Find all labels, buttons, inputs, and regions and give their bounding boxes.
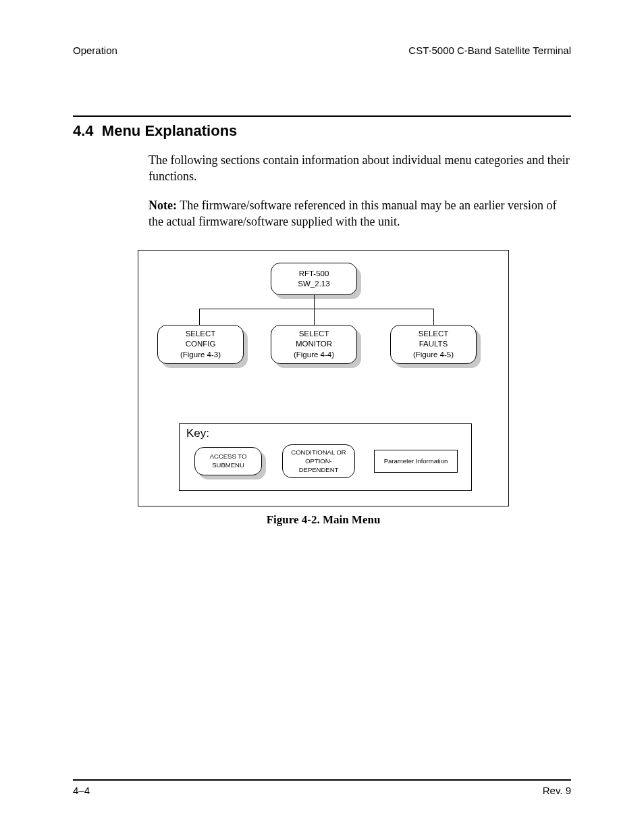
- connector-line: [314, 309, 315, 325]
- key-line: CONDITIONAL OR: [291, 448, 346, 457]
- diagram-child-faults: SELECT FAULTS (Figure 4-5): [390, 325, 477, 364]
- connector-line: [314, 295, 315, 309]
- diagram-root-node: RFT-500 SW_2.13: [271, 263, 357, 295]
- child-line: SELECT: [419, 329, 449, 340]
- diagram-child-config: SELECT CONFIG (Figure 4-3): [157, 325, 244, 364]
- header-rule: [73, 115, 571, 117]
- key-line: OPTION-: [305, 457, 332, 466]
- intro-paragraph: The following sections contain informati…: [149, 152, 571, 185]
- key-line: ACCESS TO: [210, 452, 247, 461]
- diagram-child-monitor: SELECT MONITOR (Figure 4-4): [271, 325, 357, 364]
- key-line: Parameter Information: [384, 457, 448, 466]
- note-paragraph: Note: The firmware/software referenced i…: [149, 197, 571, 230]
- child-line: SELECT: [186, 329, 216, 340]
- diagram-key-box: Key: ACCESS TO SUBMENU CONDITIONAL OR OP…: [179, 423, 472, 491]
- section-number: 4.4: [73, 122, 94, 139]
- page-footer: 4–4 Rev. 9: [73, 779, 571, 796]
- key-line: SUBMENU: [212, 461, 244, 470]
- root-line2: SW_2.13: [298, 279, 329, 290]
- note-body: The firmware/software referenced in this…: [149, 199, 556, 228]
- child-line: FAULTS: [419, 339, 448, 350]
- key-param-box: Parameter Information: [374, 450, 458, 473]
- footer-rule: [73, 779, 571, 781]
- running-header: Operation CST-5000 C-Band Satellite Term…: [73, 45, 571, 56]
- root-line1: RFT-500: [299, 269, 329, 280]
- key-line: DEPENDENT: [299, 466, 339, 475]
- connector-line: [199, 309, 200, 325]
- key-conditional-box: CONDITIONAL OR OPTION- DEPENDENT: [282, 444, 355, 478]
- figure-caption: Figure 4-2. Main Menu: [138, 513, 509, 527]
- child-line: MONITOR: [296, 339, 332, 350]
- child-line: SELECT: [299, 329, 329, 340]
- header-right: CST-5000 C-Band Satellite Terminal: [408, 45, 571, 56]
- child-line: CONFIG: [186, 339, 216, 350]
- child-line: (Figure 4-4): [294, 350, 334, 361]
- section-body: The following sections contain informati…: [149, 152, 571, 230]
- figure-wrap: RFT-500 SW_2.13 SELECT CONFIG (Figure 4-…: [138, 250, 509, 527]
- section-heading: 4.4 Menu Explanations: [73, 122, 571, 140]
- footer-revision: Rev. 9: [543, 785, 571, 796]
- header-left: Operation: [73, 45, 117, 56]
- note-label: Note:: [149, 199, 177, 212]
- child-line: (Figure 4-5): [413, 350, 454, 361]
- footer-page-number: 4–4: [73, 785, 90, 796]
- diagram-frame: RFT-500 SW_2.13 SELECT CONFIG (Figure 4-…: [138, 250, 509, 506]
- section-title-text: Menu Explanations: [102, 122, 237, 139]
- connector-line: [433, 309, 434, 325]
- key-submenu-box: ACCESS TO SUBMENU: [194, 447, 262, 475]
- connector-line: [199, 309, 434, 309]
- key-title: Key:: [186, 427, 209, 440]
- child-line: (Figure 4-3): [180, 350, 221, 361]
